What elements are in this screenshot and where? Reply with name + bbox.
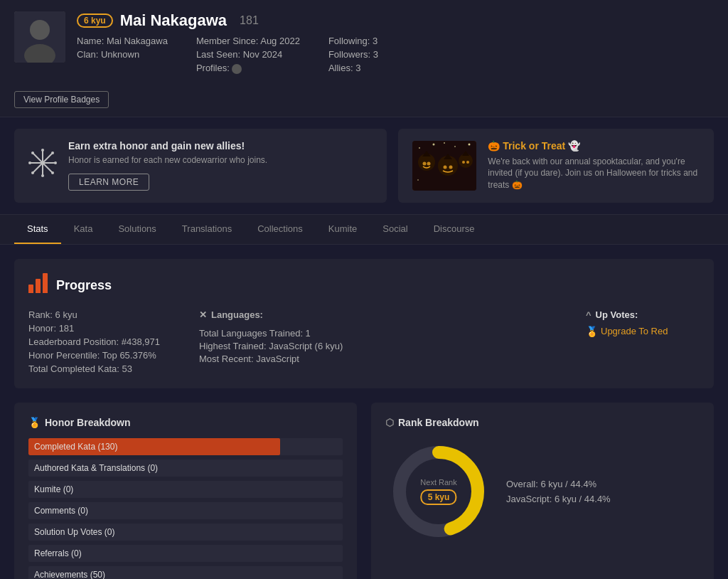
upgrade-text: Upgrade To Red bbox=[601, 326, 668, 336]
progress-section: Progress Rank: 6 kyu Honor: 181 Leaderbo… bbox=[14, 259, 714, 388]
overall-rank: Overall: 6 kyu / 44.4% bbox=[506, 479, 611, 489]
tab-kata[interactable]: Kata bbox=[61, 215, 106, 244]
most-recent: Most Recent: JavaScript bbox=[199, 354, 557, 364]
honor-bar-label: Achievements (50) bbox=[28, 566, 343, 579]
honor-bar-row: Achievements (50) bbox=[28, 566, 343, 579]
event-text: 🎃 Trick or Treat 👻 We're back with our a… bbox=[488, 140, 700, 191]
rank-icon: ⬡ bbox=[385, 417, 394, 428]
user-meta-mid: Member Since: Aug 2022 Last Seen: Nov 20… bbox=[196, 36, 300, 74]
tab-kumite[interactable]: Kumite bbox=[316, 215, 370, 244]
honor-bar-row: Comments (0) bbox=[28, 502, 343, 519]
tab-discourse[interactable]: Discourse bbox=[421, 215, 488, 244]
honor-bar-row: Authored Kata & Translations (0) bbox=[28, 460, 343, 477]
honor-icon: 🏅 bbox=[28, 417, 41, 428]
donut-rank: 5 kyu bbox=[420, 489, 456, 505]
nav-tabs: Stats Kata Solutions Translations Collec… bbox=[0, 214, 728, 245]
upgrade-icon: 🏅 bbox=[586, 326, 598, 337]
svg-point-28 bbox=[419, 147, 420, 149]
view-badges-button[interactable]: View Profile Badges bbox=[14, 91, 109, 108]
honor-bar-label: Referrals (0) bbox=[28, 545, 343, 562]
honor-breakdown-title: Honor Breakdown bbox=[45, 417, 131, 428]
member-since: Member Since: Aug 2022 bbox=[196, 36, 300, 46]
donut-chart: Next Rank 5 kyu bbox=[385, 438, 492, 545]
user-meta-left: Name: Mai Nakagawa Clan: Unknown bbox=[77, 36, 168, 74]
svg-point-9 bbox=[28, 161, 31, 164]
kata-label: Total Completed Kata: 53 bbox=[28, 363, 171, 374]
event-thumbnail bbox=[412, 141, 476, 191]
promo-desc: Honor is earned for each new codewarrior… bbox=[68, 154, 267, 166]
percentile-label: Honor Percentile: Top 65.376% bbox=[28, 350, 171, 361]
user-name-label: Name: Mai Nakagawa bbox=[77, 36, 168, 46]
upvote-icon: ^ bbox=[586, 309, 592, 320]
progress-upvotes: ^ Up Votes: 🏅 Upgrade To Red bbox=[586, 309, 700, 374]
promo-main-card: Earn extra honor and gain new allies! Ho… bbox=[14, 129, 387, 203]
tab-translations[interactable]: Translations bbox=[169, 215, 245, 244]
last-seen: Last Seen: Nov 2024 bbox=[196, 49, 300, 60]
svg-point-7 bbox=[41, 149, 44, 152]
honor-bar-row: Referrals (0) bbox=[28, 545, 343, 562]
svg-point-27 bbox=[466, 161, 469, 164]
svg-point-10 bbox=[54, 161, 57, 164]
progress-languages: ✕ Languages: Total Languages Trained: 1 … bbox=[199, 309, 557, 374]
honor-label: Honor: 181 bbox=[28, 323, 171, 334]
honor-bar-text: Completed Kata (130) bbox=[34, 442, 117, 452]
svg-point-23 bbox=[449, 165, 453, 169]
svg-point-22 bbox=[444, 165, 447, 169]
avatar bbox=[14, 11, 65, 63]
content-area: Progress Rank: 6 kyu Honor: 181 Leaderbo… bbox=[0, 245, 728, 579]
upvotes-title: Up Votes: bbox=[596, 309, 638, 320]
svg-point-13 bbox=[51, 152, 54, 154]
rank-breakdown: ⬡ Rank Breakdown Next Rank 5 kyu Overall… bbox=[371, 403, 714, 579]
header-section: 6 kyu Mai Nakagawa 181 Name: Mai Nakagaw… bbox=[0, 0, 728, 117]
leaderboard-label: Leaderboard Position: #438,971 bbox=[28, 336, 171, 347]
rank-label: Rank: 6 kyu bbox=[28, 309, 171, 320]
user-info: 6 kyu Mai Nakagawa 181 Name: Mai Nakagaw… bbox=[77, 11, 714, 74]
total-languages: Total Languages Trained: 1 bbox=[199, 328, 557, 339]
honor-bar-text: Comments (0) bbox=[34, 506, 88, 516]
event-desc: We're back with our annual spooktacular,… bbox=[488, 156, 700, 191]
svg-point-14 bbox=[31, 171, 34, 174]
svg-point-19 bbox=[427, 161, 431, 165]
honor-bar-text: Solution Up Votes (0) bbox=[34, 527, 114, 537]
tab-solutions[interactable]: Solutions bbox=[105, 215, 168, 244]
honor-bars: Completed Kata (130)Authored Kata & Tran… bbox=[28, 438, 343, 579]
honor-bar-row: Kumite (0) bbox=[28, 481, 343, 498]
progress-title: Progress bbox=[56, 278, 112, 293]
rank-stats: Overall: 6 kyu / 44.4% JavaScript: 6 kyu… bbox=[506, 479, 611, 504]
donut-label: Next Rank bbox=[420, 478, 456, 487]
tab-stats[interactable]: Stats bbox=[14, 215, 61, 244]
rank-badge: 6 kyu bbox=[77, 14, 113, 28]
upgrade-link[interactable]: 🏅 Upgrade To Red bbox=[586, 326, 700, 337]
promo-event-card: 🎃 Trick or Treat 👻 We're back with our a… bbox=[398, 129, 714, 203]
honor-bar-label: Solution Up Votes (0) bbox=[28, 524, 343, 541]
event-title: 🎃 Trick or Treat 👻 bbox=[488, 140, 700, 152]
promo-title: Earn extra honor and gain new allies! bbox=[68, 140, 267, 152]
svg-point-8 bbox=[41, 174, 44, 177]
svg-point-30 bbox=[454, 146, 456, 147]
progress-stats: Rank: 6 kyu Honor: 181 Leaderboard Posit… bbox=[28, 309, 171, 374]
username: Mai Nakagawa bbox=[120, 11, 227, 30]
honor-bar-text: Achievements (50) bbox=[34, 570, 105, 579]
honor-bar-label: Authored Kata & Translations (0) bbox=[28, 460, 343, 477]
highest-trained: Highest Trained: JavaScript (6 kyu) bbox=[199, 341, 557, 351]
honor-breakdown: 🏅 Honor Breakdown Completed Kata (130)Au… bbox=[14, 403, 357, 579]
profile-icon bbox=[232, 64, 242, 74]
tab-social[interactable]: Social bbox=[370, 215, 420, 244]
svg-point-12 bbox=[51, 171, 54, 174]
svg-point-32 bbox=[444, 142, 445, 144]
honor-bar-text: Authored Kata & Translations (0) bbox=[34, 463, 158, 473]
learn-more-button[interactable]: LEARN MORE bbox=[68, 174, 149, 191]
honor-bar-label: Completed Kata (130) bbox=[28, 438, 343, 455]
svg-point-33 bbox=[417, 179, 419, 181]
rank-breakdown-title: Rank Breakdown bbox=[398, 417, 479, 428]
profiles-label: Profiles: bbox=[196, 63, 300, 74]
user-clan-label: Clan: Unknown bbox=[77, 49, 168, 60]
honor-bar-text: Kumite (0) bbox=[34, 484, 73, 494]
honor-bar-text: Referrals (0) bbox=[34, 548, 82, 558]
honor-bar-row: Solution Up Votes (0) bbox=[28, 524, 343, 541]
js-rank: JavaScript: 6 kyu / 44.4% bbox=[506, 494, 611, 504]
svg-point-18 bbox=[423, 161, 427, 165]
languages-title: Languages: bbox=[211, 309, 263, 320]
tab-collections[interactable]: Collections bbox=[245, 215, 316, 244]
honor-bar-label: Kumite (0) bbox=[28, 481, 343, 498]
